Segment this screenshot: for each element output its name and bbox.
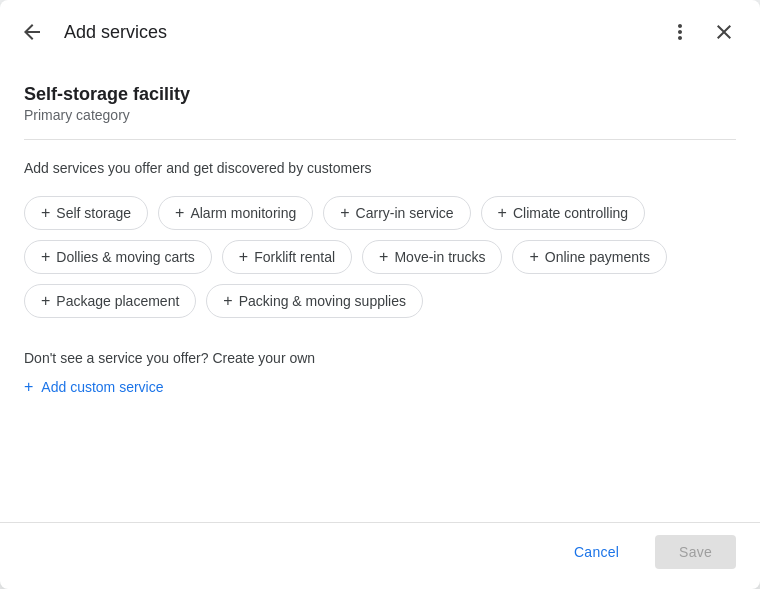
service-chip-forklift-rental[interactable]: +Forklift rental — [222, 240, 352, 274]
plus-icon: + — [340, 205, 349, 221]
more-options-button[interactable] — [660, 12, 700, 52]
header-left: Add services — [12, 12, 660, 52]
page-title: Add services — [64, 22, 167, 43]
chip-label: Carry-in service — [356, 205, 454, 221]
add-custom-service-button[interactable]: + Add custom service — [24, 378, 164, 396]
plus-icon: + — [41, 293, 50, 309]
plus-icon: + — [41, 205, 50, 221]
custom-service-hint: Don't see a service you offer? Create yo… — [24, 350, 736, 366]
plus-icon: + — [223, 293, 232, 309]
back-button[interactable] — [12, 12, 52, 52]
chip-label: Packing & moving supplies — [239, 293, 406, 309]
plus-icon: + — [175, 205, 184, 221]
divider — [24, 139, 736, 140]
chip-label: Package placement — [56, 293, 179, 309]
chip-label: Forklift rental — [254, 249, 335, 265]
service-chip-alarm-monitoring[interactable]: +Alarm monitoring — [158, 196, 313, 230]
facility-category: Primary category — [24, 107, 736, 123]
header-actions — [660, 12, 744, 52]
chip-label: Climate controlling — [513, 205, 628, 221]
plus-icon: + — [24, 378, 33, 396]
service-chip-self-storage[interactable]: +Self storage — [24, 196, 148, 230]
add-custom-service-label: Add custom service — [41, 379, 163, 395]
save-button[interactable]: Save — [655, 535, 736, 569]
cancel-button[interactable]: Cancel — [550, 535, 643, 569]
services-chips: +Self storage+Alarm monitoring+Carry-in … — [24, 196, 736, 318]
content: Self-storage facility Primary category A… — [0, 64, 760, 522]
service-chip-carry-in-service[interactable]: +Carry-in service — [323, 196, 470, 230]
dialog: Add services Self-storage facility Prima… — [0, 0, 760, 589]
service-chip-online-payments[interactable]: +Online payments — [512, 240, 666, 274]
plus-icon: + — [498, 205, 507, 221]
chip-label: Alarm monitoring — [190, 205, 296, 221]
service-chip-packing-moving-supplies[interactable]: +Packing & moving supplies — [206, 284, 423, 318]
close-button[interactable] — [704, 12, 744, 52]
service-chip-climate-controlling[interactable]: +Climate controlling — [481, 196, 646, 230]
footer: Cancel Save — [0, 522, 760, 589]
plus-icon: + — [379, 249, 388, 265]
service-chip-dollies-moving-carts[interactable]: +Dollies & moving carts — [24, 240, 212, 274]
plus-icon: + — [239, 249, 248, 265]
description-text: Add services you offer and get discovere… — [24, 160, 736, 176]
header: Add services — [0, 0, 760, 64]
service-chip-move-in-trucks[interactable]: +Move-in trucks — [362, 240, 502, 274]
facility-name: Self-storage facility — [24, 84, 736, 105]
chip-label: Dollies & moving carts — [56, 249, 195, 265]
plus-icon: + — [529, 249, 538, 265]
chip-label: Move-in trucks — [394, 249, 485, 265]
chip-label: Self storage — [56, 205, 131, 221]
plus-icon: + — [41, 249, 50, 265]
custom-service-section: Don't see a service you offer? Create yo… — [24, 350, 736, 396]
chip-label: Online payments — [545, 249, 650, 265]
service-chip-package-placement[interactable]: +Package placement — [24, 284, 196, 318]
